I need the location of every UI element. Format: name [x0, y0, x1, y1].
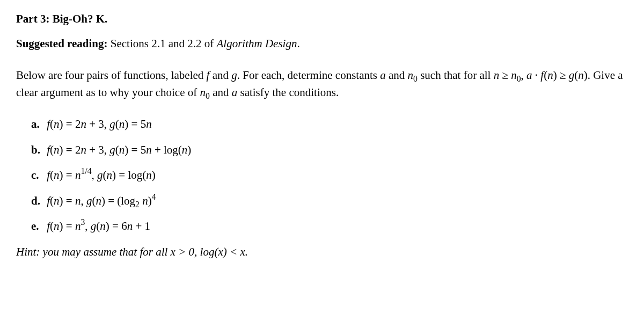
list-item: e. f(n) = n3, g(n) = 6n + 1 — [31, 218, 628, 235]
cond-af-ge-g: a · f(n) ≥ g(n) — [526, 69, 588, 82]
item-b-math: f(n) = 2n + 3, g(n) = 5n + log(n) — [47, 143, 191, 156]
item-label-a: a. — [31, 116, 44, 133]
part-heading: Part 3: Big-Oh? K. — [16, 11, 628, 28]
item-d-math: f(n) = n, g(n) = (log2 n)4 — [47, 194, 156, 207]
instructions: Below are four pairs of functions, label… — [16, 67, 628, 101]
item-label-b: b. — [31, 142, 44, 159]
item-a-math: f(n) = 2n + 3, g(n) = 5n — [47, 118, 151, 130]
item-e-math: f(n) = n3, g(n) = 6n + 1 — [47, 220, 150, 232]
hint: Hint: you may assume that for all x > 0,… — [16, 244, 628, 261]
list-item: d. f(n) = n, g(n) = (log2 n)4 — [31, 193, 628, 210]
reading-text-after: . — [297, 37, 299, 50]
item-label-c: c. — [31, 167, 44, 184]
instr-text: , — [521, 69, 527, 82]
instr-text: satisfy the conditions. — [237, 86, 339, 99]
hint-text: Hint: you may assume that for all — [16, 245, 171, 258]
hint-math: log(x) < x — [200, 245, 245, 258]
reading-book: Algorithm Design — [217, 37, 297, 50]
list-item: b. f(n) = 2n + 3, g(n) = 5n + log(n) — [31, 142, 628, 159]
reading-text-before: Sections 2.1 and 2.2 of — [108, 37, 217, 50]
instr-text: Below are four pairs of functions, label… — [16, 69, 207, 82]
suggested-reading: Suggested reading: Sections 2.1 and 2.2 … — [16, 35, 628, 53]
instr-text: such that for all — [418, 69, 494, 82]
var-a: a — [232, 86, 238, 99]
list-item: a. f(n) = 2n + 3, g(n) = 5n — [31, 116, 628, 133]
instr-text: and — [209, 69, 231, 82]
instr-text: . For each, determine constants — [237, 69, 380, 82]
hint-text: . — [245, 245, 248, 258]
hint-math: x > 0, — [171, 245, 200, 258]
var-g: g — [231, 69, 237, 82]
cond-n-ge-n0: n ≥ n0 — [494, 69, 521, 82]
item-c-math: f(n) = n1/4, g(n) = log(n) — [47, 169, 156, 181]
var-n0: n0 — [200, 86, 210, 99]
var-a: a — [380, 69, 386, 82]
instr-text: and — [386, 69, 408, 82]
list-item: c. f(n) = n1/4, g(n) = log(n) — [31, 167, 628, 184]
item-label-e: e. — [31, 218, 44, 235]
item-label-d: d. — [31, 193, 44, 210]
var-n0: n0 — [408, 69, 418, 82]
instr-text: and — [210, 86, 232, 99]
problem-list: a. f(n) = 2n + 3, g(n) = 5n b. f(n) = 2n… — [16, 116, 628, 235]
reading-label: Suggested reading: — [16, 37, 108, 50]
